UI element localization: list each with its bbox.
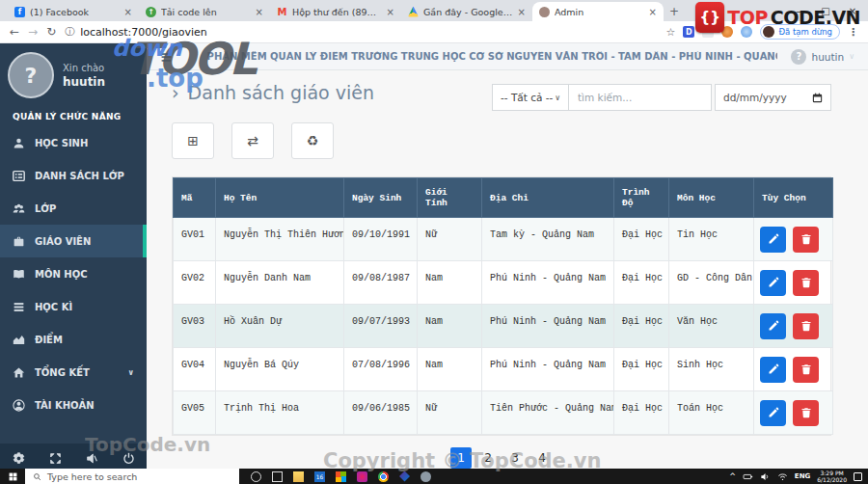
edit-button[interactable] xyxy=(760,313,786,339)
url-field[interactable]: ⓘ localhost:7000/giaovien xyxy=(65,25,657,39)
edit-button[interactable] xyxy=(760,270,786,296)
taskbar-search[interactable]: Type here to search xyxy=(25,469,239,484)
delete-button[interactable] xyxy=(793,400,819,426)
cortana-icon[interactable] xyxy=(251,471,261,482)
tray-expand-icon[interactable]: ^ xyxy=(729,472,736,481)
sidebar-item-giáo-viên[interactable]: GIÁO VIÊN xyxy=(0,225,147,257)
user-menu[interactable]: ? huutin ∨ xyxy=(791,49,854,65)
minimize-button[interactable]: – xyxy=(785,6,812,16)
cell-trinh_do: Đại Học xyxy=(614,305,669,348)
mute-icon[interactable] xyxy=(86,450,98,463)
language-indicator[interactable]: ENG xyxy=(795,472,810,480)
chevron-down-icon: ∨ xyxy=(555,94,560,102)
sidebar-profile: ? Xin chào huutin xyxy=(0,43,147,102)
search-input[interactable] xyxy=(569,84,712,111)
extension-orange-icon[interactable] xyxy=(721,26,733,38)
recycle-button[interactable]: ♻ xyxy=(291,122,334,159)
edit-button[interactable] xyxy=(760,227,786,253)
new-tab-button[interactable]: + xyxy=(669,5,679,18)
tab-close-icon[interactable]: × xyxy=(387,7,394,17)
cell-dia_chi: Tam kỳ - Quảng Nam xyxy=(482,218,614,261)
window-controls: – □ × xyxy=(785,0,866,21)
file-explorer-icon[interactable] xyxy=(293,471,304,482)
paint-icon[interactable] xyxy=(420,471,431,482)
sidebar-item-label: TỔNG KẾT xyxy=(35,367,90,378)
add-button[interactable]: ⊞ xyxy=(172,122,214,159)
sidebar-item-label: DANH SÁCH LỚP xyxy=(35,171,124,181)
menu-toggle-icon[interactable]: ≡ xyxy=(160,48,173,66)
admin-favicon xyxy=(539,7,550,17)
row-actions xyxy=(760,400,827,426)
user-name: huutin xyxy=(811,51,844,63)
page-button-1[interactable]: 1 xyxy=(450,447,472,469)
refresh-button[interactable]: ⇄ xyxy=(231,122,274,159)
filter-select[interactable]: -- Tất cả -- ∨ xyxy=(492,84,569,111)
taskbar-apps: 16 xyxy=(251,471,431,482)
page-button-2[interactable]: 2 xyxy=(477,447,499,469)
tab-close-icon[interactable]: × xyxy=(518,7,526,17)
chrome-profile-pill[interactable]: Đã tạm dừng xyxy=(760,24,840,40)
start-button[interactable] xyxy=(0,469,25,484)
cell-gioi_tinh: Nam xyxy=(418,348,482,391)
row-actions xyxy=(760,227,827,253)
edit-button[interactable] xyxy=(760,400,786,426)
back-icon[interactable]: ← xyxy=(10,26,19,38)
search-icon xyxy=(33,472,41,481)
delete-button[interactable] xyxy=(793,270,819,296)
fullscreen-icon[interactable] xyxy=(49,450,62,463)
action-center-icon[interactable] xyxy=(854,472,862,481)
app-window-icon[interactable]: 16 xyxy=(314,471,325,482)
sidebar-item-tổng-kết[interactable]: TỔNG KẾT∨ xyxy=(0,356,147,389)
sidebar-item-tài-khoản[interactable]: TÀI KHOẢN xyxy=(0,389,147,421)
dev-tool-icon[interactable] xyxy=(399,471,410,482)
speaker-icon[interactable] xyxy=(760,471,771,482)
maximize-button[interactable]: □ xyxy=(812,6,839,16)
task-view-icon[interactable] xyxy=(272,471,283,482)
delete-button[interactable] xyxy=(793,227,819,253)
sidebar-item-lớp[interactable]: LỚP xyxy=(0,192,147,225)
sidebar-item-học-sinh[interactable]: HỌC SINH xyxy=(0,126,147,159)
page-button-4[interactable]: 4 xyxy=(531,447,553,469)
extension-gray-icon[interactable] xyxy=(702,26,714,38)
class-list-icon xyxy=(13,170,25,182)
close-button[interactable]: × xyxy=(839,6,866,16)
wifi-icon[interactable] xyxy=(777,471,788,482)
browser-tab[interactable]: f(1) Facebook× xyxy=(8,2,139,21)
browser-tab[interactable]: Gần đây - Google Drive× xyxy=(401,2,532,21)
gear-icon[interactable] xyxy=(13,450,25,463)
chrome-icon[interactable] xyxy=(378,471,389,482)
sidebar-item-môn-học[interactable]: MÔN HỌC xyxy=(0,257,147,290)
cell-ngay_sinh: 09/08/1987 xyxy=(344,261,418,305)
sidebar-item-label: HỌC SINH xyxy=(35,138,88,148)
photos-icon[interactable] xyxy=(357,471,367,482)
page-info-icon[interactable]: ⓘ xyxy=(65,25,74,39)
cell-actions xyxy=(754,391,833,435)
chrome-menu-icon[interactable]: ⋮ xyxy=(848,26,858,39)
main-area: ≡ PHẦN MỀM QUẢN LÝ ĐIỂM TRƯỜNG TRUNG HỌC… xyxy=(147,43,868,469)
sidebar-item-danh-sách-lớp[interactable]: DANH SÁCH LỚP xyxy=(0,159,147,192)
battery-icon[interactable] xyxy=(743,471,753,482)
date-input[interactable]: dd/mm/yyyy xyxy=(715,84,831,111)
delete-button[interactable] xyxy=(793,313,819,339)
bookmark-star-icon[interactable]: ☆ xyxy=(666,26,676,39)
tab-close-icon[interactable]: × xyxy=(649,7,657,17)
browser-tab[interactable]: Admin× xyxy=(532,2,664,21)
browser-tab[interactable]: MHộp thư đến (890) - huutin12× xyxy=(270,2,401,21)
forward-icon[interactable]: → xyxy=(28,26,38,38)
power-icon[interactable] xyxy=(122,450,135,463)
extension-d-icon[interactable]: D xyxy=(683,26,694,38)
tab-close-icon[interactable]: × xyxy=(256,7,263,17)
group-icon xyxy=(13,202,25,215)
clock[interactable]: 3:29 PM 6/12/2020 xyxy=(817,470,847,484)
sidebar-item-học-kì[interactable]: HỌC KÌ xyxy=(0,290,147,323)
tab-close-icon[interactable]: × xyxy=(124,7,132,17)
extension-blue-icon[interactable] xyxy=(741,26,752,38)
delete-button[interactable] xyxy=(793,357,819,383)
browser-tab[interactable]: ↑Tải code lên× xyxy=(139,2,270,21)
sidebar-item-điểm[interactable]: ĐIỂM xyxy=(0,323,147,356)
ms-store-icon[interactable] xyxy=(336,471,346,482)
edit-button[interactable] xyxy=(760,357,786,383)
page-button-3[interactable]: 3 xyxy=(504,447,526,469)
cell-ma: GV02 xyxy=(174,261,216,305)
reload-icon[interactable]: ↻ xyxy=(46,26,56,38)
